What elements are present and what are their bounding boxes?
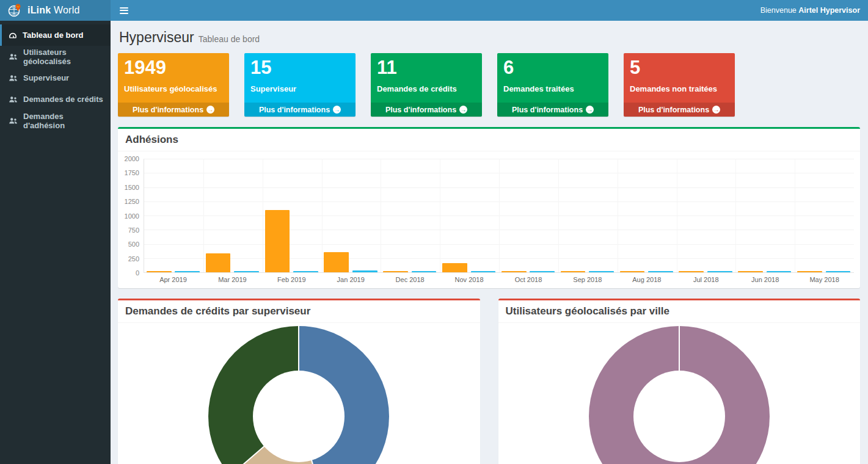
more-info-label: Plus d'informations [133,106,203,114]
chart-bar-adhesions-serie-bleue [293,271,318,272]
x-tick-label: Nov 2018 [440,276,499,283]
info-box-label: Demandes de crédits [377,84,476,93]
info-box-value: 11 [377,56,476,79]
bar-group-dec-2018 [381,159,440,272]
v-gridline [381,159,381,272]
top-navbar: $ iLink World Bienvenue Airtel Hyperviso… [0,0,868,21]
y-tick-label: 750 [128,227,139,234]
chart-bar-adhesions-serie-orange [324,252,349,272]
bar-group-mar-2019 [203,159,263,272]
info-box-value: 6 [503,56,602,79]
globe-pin-logo-icon: $ [7,3,22,18]
v-gridline [677,159,677,272]
chart-bar-adhesions-serie-orange [265,210,290,272]
arrow-circle-right-icon: → [586,106,594,114]
bar-group-oct-2018 [499,159,558,272]
more-info-link[interactable]: Plus d'informations→ [371,103,482,117]
y-tick-label: 250 [128,255,139,263]
hamburger-icon [120,7,128,9]
plot-area [144,159,854,273]
x-tick-label: Mar 2019 [203,276,262,283]
svg-text:$: $ [18,5,19,7]
main-content: HyperviseurTableau de bord 1949Utilisate… [111,0,868,464]
chart-bar-adhesions-serie-orange [206,253,231,272]
sidebar-item-superviseur[interactable]: Superviseur [0,67,111,89]
brand-logo[interactable]: $ iLink World [0,0,111,21]
x-tick-label: Jan 2019 [321,276,381,283]
dashboard-icon [9,31,17,40]
y-tick-label: 2000 [125,155,139,162]
info-box-label: Demandes traitées [503,84,602,93]
content-header: HyperviseurTableau de bord [119,29,859,46]
chart-bar-adhesions-serie-bleue [648,271,673,272]
users-icon [9,53,18,60]
more-info-link[interactable]: Plus d'informations→ [624,103,735,117]
info-box-label: Utilisateurs géolocalisés [124,84,223,93]
y-tick-label: 1250 [125,198,139,205]
users-icon [9,117,18,125]
sidebar-toggle-button[interactable] [111,0,137,21]
donut-slice-separator [298,416,325,464]
more-info-link[interactable]: Plus d'informations→ [497,103,608,117]
chart-bar-adhesions-serie-bleue [412,271,437,272]
more-info-link[interactable]: Plus d'informations→ [118,103,229,117]
users-by-city-title: Utilisateurs géolocalisés par ville [498,300,861,323]
info-box-value: 15 [250,56,349,79]
sidebar-item-tableau-de-bord[interactable]: Tableau de bord [0,24,111,46]
y-tick-label: 1750 [125,169,139,176]
users-icon [9,74,18,82]
chart-bar-adhesions-serie-orange [738,271,763,272]
credits-by-supervisor-card: Demandes de crédits par superviseur [118,299,480,464]
adhesions-chart-title: Adhésions [118,129,860,151]
chart-bar-adhesions-serie-bleue [234,271,259,272]
sidebar-item-utilisateurs-g-olocalis-s[interactable]: Utilisateurs géolocalisés [0,46,111,67]
x-tick-label: May 2018 [795,276,854,283]
page-subtitle: Tableau de bord [199,34,260,44]
navbar: Bienvenue Airtel Hypervisor [111,0,868,21]
v-gridline [735,159,736,272]
v-gridline [440,159,440,272]
y-tick-label: 0 [136,269,139,277]
y-axis: 025050075010001250150017502000 [122,159,144,273]
donut-slice-separator [230,416,299,464]
x-tick-label: Feb 2019 [262,276,321,283]
donut-slice-separator [298,326,299,416]
chart-bar-adhesions-serie-bleue [826,271,851,272]
chart-bar-adhesions-serie-orange [679,271,704,272]
credits-by-supervisor-donut-chart [208,326,389,464]
x-tick-label: Dec 2018 [381,276,440,283]
x-tick-label: Aug 2018 [617,276,676,283]
y-tick-label: 1500 [125,184,139,191]
users-by-city-donut-chart [589,326,770,464]
info-box-value: 1949 [124,56,223,79]
bar-group-jul-2018 [677,159,736,272]
sidebar-item-label: Utilisateurs géolocalisés [23,48,106,66]
chart-bar-adhesions-serie-bleue [767,271,792,272]
donut-slice-separator [679,326,680,416]
x-axis-labels: Apr 2019Mar 2019Feb 2019Jan 2019Dec 2018… [144,273,854,283]
arrow-circle-right-icon: → [333,106,341,114]
bar-group-nov-2018 [440,159,499,272]
bar-group-sep-2018 [558,159,618,272]
info-box-demandes-non-trait-es: 5Demandes non traitéesPlus d'information… [624,53,735,117]
bar-group-feb-2019 [263,159,322,272]
x-tick-label: Oct 2018 [499,276,558,283]
bar-group-jun-2018 [735,159,795,272]
bar-group-aug-2018 [618,159,677,272]
chart-bar-adhesions-serie-orange [442,263,467,272]
more-info-label: Plus d'informations [259,106,330,114]
chart-bar-adhesions-serie-bleue [707,271,732,272]
more-info-link[interactable]: Plus d'informations→ [244,103,356,117]
donut-charts-row: Demandes de crédits par superviseur Util… [118,299,860,464]
v-gridline [618,159,618,272]
v-gridline [322,159,323,272]
v-gridline [263,159,263,272]
sidebar-item-demandes-d-adh-sion[interactable]: Demandes d'adhésion [0,110,111,131]
sidebar-item-demandes-de-cr-dits[interactable]: Demandes de crédits [0,89,111,110]
sidebar-menu: Tableau de bordUtilisateurs géolocalisés… [0,24,111,131]
credits-by-supervisor-title: Demandes de crédits par superviseur [118,300,480,323]
chart-bar-adhesions-serie-bleue [175,271,200,272]
chart-bar-adhesions-serie-orange [501,271,527,272]
chart-bar-adhesions-serie-bleue [530,271,555,272]
page-title: HyperviseurTableau de bord [119,29,859,46]
